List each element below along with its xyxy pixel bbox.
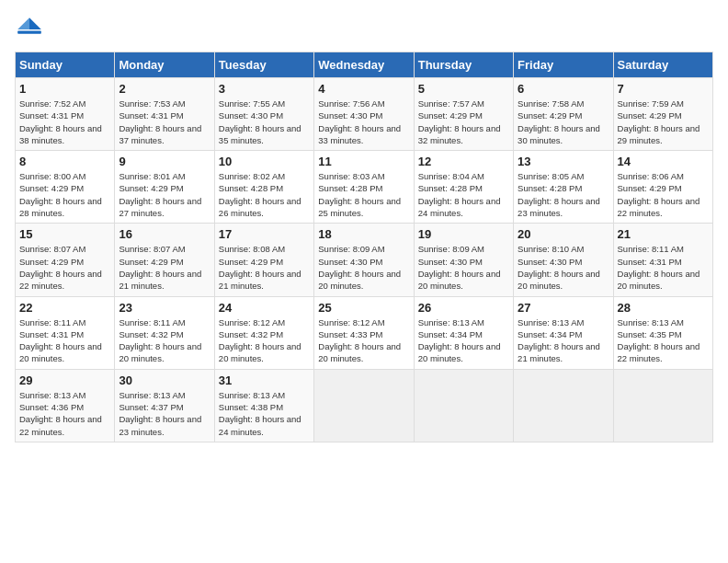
day-info: Sunrise: 7:57 AMSunset: 4:29 PMDaylight:… <box>418 98 509 146</box>
day-number: 8 <box>19 155 110 168</box>
calendar: SundayMondayTuesdayWednesdayThursdayFrid… <box>15 52 713 442</box>
day-number: 7 <box>618 82 709 96</box>
calendar-cell: 6Sunrise: 7:58 AMSunset: 4:29 PMDaylight… <box>514 78 613 151</box>
calendar-cell: 5Sunrise: 7:57 AMSunset: 4:29 PMDaylight… <box>414 78 513 151</box>
day-number: 4 <box>318 82 409 96</box>
day-number: 23 <box>119 301 210 315</box>
day-info: Sunrise: 8:05 AMSunset: 4:28 PMDaylight:… <box>518 170 609 219</box>
day-number: 2 <box>119 82 210 96</box>
day-number: 26 <box>418 301 509 315</box>
day-number: 15 <box>19 227 110 241</box>
day-number: 11 <box>318 155 409 168</box>
day-number: 17 <box>219 227 310 241</box>
day-number: 13 <box>518 155 609 168</box>
calendar-cell: 7Sunrise: 7:59 AMSunset: 4:29 PMDaylight… <box>613 78 712 151</box>
logo-icon <box>15 15 44 44</box>
day-number: 30 <box>119 373 210 387</box>
day-number: 29 <box>19 373 110 387</box>
svg-marker-0 <box>29 17 41 29</box>
calendar-cell: 4Sunrise: 7:56 AMSunset: 4:30 PMDaylight… <box>314 78 414 151</box>
calendar-cell: 30Sunrise: 8:13 AMSunset: 4:37 PMDayligh… <box>115 369 214 442</box>
day-number: 19 <box>418 227 509 241</box>
day-info: Sunrise: 7:58 AMSunset: 4:29 PMDaylight:… <box>518 98 609 146</box>
calendar-cell: 31Sunrise: 8:13 AMSunset: 4:38 PMDayligh… <box>214 369 313 442</box>
calendar-cell: 20Sunrise: 8:10 AMSunset: 4:30 PMDayligh… <box>514 224 613 296</box>
day-number: 9 <box>119 155 210 168</box>
day-number: 5 <box>418 82 509 96</box>
calendar-cell: 24Sunrise: 8:12 AMSunset: 4:32 PMDayligh… <box>214 296 313 369</box>
calendar-cell: 21Sunrise: 8:11 AMSunset: 4:31 PMDayligh… <box>613 224 712 296</box>
day-number: 1 <box>19 82 110 96</box>
calendar-cell: 15Sunrise: 8:07 AMSunset: 4:29 PMDayligh… <box>16 224 115 296</box>
calendar-cell: 1Sunrise: 7:52 AMSunset: 4:31 PMDaylight… <box>16 78 115 151</box>
day-info: Sunrise: 8:13 AMSunset: 4:34 PMDaylight:… <box>418 316 509 365</box>
day-info: Sunrise: 8:11 AMSunset: 4:31 PMDaylight:… <box>19 316 110 365</box>
calendar-cell: 17Sunrise: 8:08 AMSunset: 4:29 PMDayligh… <box>214 224 313 296</box>
day-number: 6 <box>518 82 609 96</box>
day-number: 16 <box>119 227 210 241</box>
day-info: Sunrise: 8:00 AMSunset: 4:29 PMDaylight:… <box>19 170 110 219</box>
calendar-cell: 3Sunrise: 7:55 AMSunset: 4:30 PMDaylight… <box>214 78 313 151</box>
day-info: Sunrise: 8:12 AMSunset: 4:33 PMDaylight:… <box>318 316 409 365</box>
calendar-cell: 25Sunrise: 8:12 AMSunset: 4:33 PMDayligh… <box>314 296 414 369</box>
day-info: Sunrise: 8:10 AMSunset: 4:30 PMDaylight:… <box>518 243 609 292</box>
calendar-cell: 18Sunrise: 8:09 AMSunset: 4:30 PMDayligh… <box>314 224 414 296</box>
page-header <box>15 15 713 44</box>
day-info: Sunrise: 7:53 AMSunset: 4:31 PMDaylight:… <box>119 98 210 146</box>
day-of-week-header: Wednesday <box>314 52 414 78</box>
day-info: Sunrise: 8:06 AMSunset: 4:29 PMDaylight:… <box>618 170 709 219</box>
day-info: Sunrise: 8:13 AMSunset: 4:38 PMDaylight:… <box>219 389 310 438</box>
calendar-cell <box>514 369 613 442</box>
day-info: Sunrise: 8:08 AMSunset: 4:29 PMDaylight:… <box>219 243 310 292</box>
day-info: Sunrise: 8:13 AMSunset: 4:36 PMDaylight:… <box>19 389 110 438</box>
day-number: 24 <box>219 301 310 315</box>
calendar-cell: 12Sunrise: 8:04 AMSunset: 4:28 PMDayligh… <box>414 151 513 224</box>
day-info: Sunrise: 8:01 AMSunset: 4:29 PMDaylight:… <box>119 170 210 219</box>
svg-marker-1 <box>17 17 29 29</box>
calendar-cell <box>414 369 513 442</box>
day-number: 22 <box>19 301 110 315</box>
day-of-week-header: Friday <box>514 52 613 78</box>
calendar-cell: 16Sunrise: 8:07 AMSunset: 4:29 PMDayligh… <box>115 224 214 296</box>
day-number: 20 <box>518 227 609 241</box>
calendar-cell: 19Sunrise: 8:09 AMSunset: 4:30 PMDayligh… <box>414 224 513 296</box>
calendar-cell: 28Sunrise: 8:13 AMSunset: 4:35 PMDayligh… <box>613 296 712 369</box>
day-of-week-header: Tuesday <box>214 52 313 78</box>
calendar-cell: 10Sunrise: 8:02 AMSunset: 4:28 PMDayligh… <box>214 151 313 224</box>
calendar-cell: 9Sunrise: 8:01 AMSunset: 4:29 PMDaylight… <box>115 151 214 224</box>
calendar-cell: 26Sunrise: 8:13 AMSunset: 4:34 PMDayligh… <box>414 296 513 369</box>
day-info: Sunrise: 8:03 AMSunset: 4:28 PMDaylight:… <box>318 170 409 219</box>
day-of-week-header: Sunday <box>16 52 115 78</box>
calendar-cell: 27Sunrise: 8:13 AMSunset: 4:34 PMDayligh… <box>514 296 613 369</box>
day-info: Sunrise: 8:04 AMSunset: 4:28 PMDaylight:… <box>418 170 509 219</box>
day-info: Sunrise: 8:11 AMSunset: 4:31 PMDaylight:… <box>618 243 709 292</box>
day-info: Sunrise: 8:13 AMSunset: 4:37 PMDaylight:… <box>119 389 210 438</box>
day-info: Sunrise: 7:56 AMSunset: 4:30 PMDaylight:… <box>318 98 409 146</box>
day-number: 14 <box>618 155 709 168</box>
day-info: Sunrise: 8:07 AMSunset: 4:29 PMDaylight:… <box>119 243 210 292</box>
calendar-cell: 22Sunrise: 8:11 AMSunset: 4:31 PMDayligh… <box>16 296 115 369</box>
day-info: Sunrise: 8:13 AMSunset: 4:35 PMDaylight:… <box>618 316 709 365</box>
calendar-cell: 13Sunrise: 8:05 AMSunset: 4:28 PMDayligh… <box>514 151 613 224</box>
calendar-cell <box>613 369 712 442</box>
day-info: Sunrise: 8:02 AMSunset: 4:28 PMDaylight:… <box>219 170 310 219</box>
calendar-cell <box>314 369 414 442</box>
day-number: 31 <box>219 373 310 387</box>
day-number: 27 <box>518 301 609 315</box>
calendar-cell: 23Sunrise: 8:11 AMSunset: 4:32 PMDayligh… <box>115 296 214 369</box>
day-number: 3 <box>219 82 310 96</box>
day-info: Sunrise: 8:07 AMSunset: 4:29 PMDaylight:… <box>19 243 110 292</box>
day-of-week-header: Saturday <box>613 52 712 78</box>
day-of-week-header: Thursday <box>414 52 513 78</box>
day-of-week-header: Monday <box>115 52 214 78</box>
day-info: Sunrise: 8:09 AMSunset: 4:30 PMDaylight:… <box>318 243 409 292</box>
calendar-cell: 14Sunrise: 8:06 AMSunset: 4:29 PMDayligh… <box>613 151 712 224</box>
svg-rect-2 <box>17 31 41 34</box>
day-info: Sunrise: 7:59 AMSunset: 4:29 PMDaylight:… <box>618 98 709 146</box>
calendar-cell: 8Sunrise: 8:00 AMSunset: 4:29 PMDaylight… <box>16 151 115 224</box>
calendar-cell: 11Sunrise: 8:03 AMSunset: 4:28 PMDayligh… <box>314 151 414 224</box>
day-number: 21 <box>618 227 709 241</box>
day-number: 18 <box>318 227 409 241</box>
day-info: Sunrise: 8:09 AMSunset: 4:30 PMDaylight:… <box>418 243 509 292</box>
calendar-cell: 2Sunrise: 7:53 AMSunset: 4:31 PMDaylight… <box>115 78 214 151</box>
